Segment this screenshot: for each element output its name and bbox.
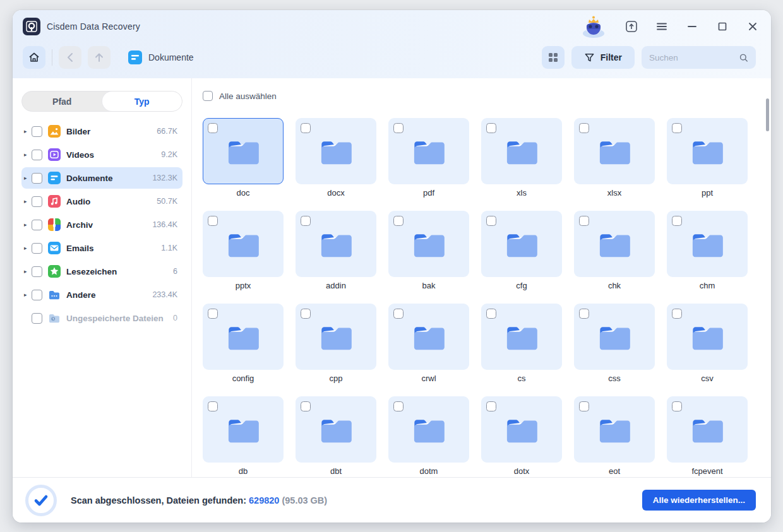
- checkbox[interactable]: [393, 216, 403, 226]
- expand-arrow-icon[interactable]: ▸: [24, 268, 32, 275]
- folder-cell-bak: bak: [388, 211, 469, 290]
- checkbox[interactable]: [301, 401, 311, 411]
- folder-tile[interactable]: [667, 211, 748, 277]
- search-input[interactable]: [649, 53, 739, 62]
- checkbox[interactable]: [486, 123, 496, 133]
- checkbox[interactable]: [32, 126, 42, 137]
- sidebar-item-bilder[interactable]: ▸Bilder66.7K: [21, 121, 182, 142]
- folder-tile[interactable]: [388, 396, 469, 463]
- checkbox[interactable]: [579, 216, 589, 226]
- checkbox[interactable]: [32, 173, 42, 184]
- sidebar-item-archiv[interactable]: ▸Archiv136.4K: [21, 214, 182, 235]
- sidebar-item-dokumente[interactable]: ▸Dokumente132.3K: [21, 167, 182, 189]
- select-all-row: Alle auswählen: [203, 91, 771, 101]
- folder-label: chm: [667, 281, 748, 290]
- checkbox[interactable]: [579, 401, 589, 411]
- checkbox[interactable]: [393, 309, 403, 319]
- checkbox[interactable]: [32, 266, 42, 277]
- folder-tile[interactable]: [388, 211, 469, 277]
- filter-button[interactable]: Filter: [571, 46, 635, 69]
- select-all-checkbox[interactable]: [203, 91, 213, 101]
- folder-tile[interactable]: [667, 304, 748, 370]
- checkbox[interactable]: [579, 309, 589, 319]
- folder-tile[interactable]: [388, 304, 469, 370]
- checkbox[interactable]: [301, 216, 311, 226]
- checkbox[interactable]: [301, 123, 311, 133]
- sidebar-item-lesezeichen[interactable]: ▸Lesezeichen6: [21, 261, 182, 282]
- checkbox[interactable]: [393, 123, 403, 133]
- folder-tile[interactable]: [388, 118, 469, 184]
- tab-pfad[interactable]: Pfad: [22, 92, 102, 111]
- up-button[interactable]: [88, 46, 111, 69]
- folder-tile[interactable]: [481, 304, 562, 370]
- minimize-icon[interactable]: [685, 20, 699, 33]
- checkbox[interactable]: [32, 290, 42, 300]
- folder-tile[interactable]: [203, 396, 284, 463]
- sidebar-item-audio[interactable]: ▸Audio50.7K: [21, 191, 182, 212]
- folder-tile[interactable]: [574, 396, 655, 463]
- folder-tile[interactable]: [667, 396, 748, 463]
- search-box[interactable]: [642, 46, 756, 69]
- mascot-icon[interactable]: [579, 14, 608, 39]
- recover-all-button[interactable]: Alle wiederherstellen...: [642, 490, 756, 511]
- checkbox[interactable]: [32, 313, 42, 324]
- expand-arrow-icon[interactable]: ▸: [24, 198, 32, 204]
- checkbox[interactable]: [672, 123, 682, 133]
- folder-tile[interactable]: [481, 396, 562, 463]
- folder-cell-chm: chm: [667, 211, 748, 290]
- checkbox[interactable]: [672, 401, 682, 411]
- upgrade-icon[interactable]: [625, 20, 638, 33]
- folder-tile[interactable]: [481, 118, 562, 184]
- expand-arrow-icon[interactable]: ▸: [24, 128, 32, 134]
- sidebar-item-videos[interactable]: ▸Videos9.2K: [21, 144, 182, 165]
- folder-tile[interactable]: [574, 118, 655, 184]
- expand-arrow-icon[interactable]: ▸: [24, 175, 32, 181]
- checkbox[interactable]: [32, 220, 42, 230]
- folder-tile[interactable]: [667, 118, 748, 184]
- scan-status-text: Scan abgeschlossen, Dateien gefunden: 62…: [71, 495, 327, 505]
- folder-tile[interactable]: [203, 304, 284, 370]
- back-button[interactable]: [59, 46, 81, 69]
- folder-label: css: [574, 374, 655, 383]
- checkbox[interactable]: [393, 401, 403, 411]
- folder-tile[interactable]: [481, 211, 562, 277]
- checkbox[interactable]: [486, 401, 496, 411]
- checkbox[interactable]: [208, 123, 218, 133]
- expand-arrow-icon[interactable]: ▸: [24, 151, 32, 158]
- vertical-scrollbar[interactable]: [766, 98, 769, 131]
- checkbox[interactable]: [672, 309, 682, 319]
- maximize-icon[interactable]: [715, 20, 729, 33]
- toolbar-divider: [52, 49, 52, 66]
- checkbox[interactable]: [486, 216, 496, 226]
- menu-icon[interactable]: [655, 20, 669, 33]
- sidebar-item-emails[interactable]: ▸Emails1.1K: [21, 237, 182, 259]
- checkbox[interactable]: [301, 309, 311, 319]
- checkbox[interactable]: [486, 309, 496, 319]
- expand-arrow-icon[interactable]: ▸: [24, 245, 32, 251]
- tab-typ[interactable]: Typ: [102, 92, 182, 111]
- folder-tile[interactable]: [296, 211, 376, 277]
- folder-tile[interactable]: [574, 304, 655, 370]
- sidebar-item-andere[interactable]: ▸Andere233.4K: [21, 284, 182, 305]
- grid-view-icon[interactable]: [542, 46, 565, 69]
- checkbox[interactable]: [208, 401, 218, 411]
- folder-tile[interactable]: [296, 396, 376, 463]
- checkbox[interactable]: [32, 196, 42, 207]
- folder-tile[interactable]: [296, 118, 376, 184]
- sidebar-item-ungespeicherte-dateien[interactable]: Ungespeicherte Dateien0: [21, 307, 182, 329]
- close-icon[interactable]: [746, 20, 760, 33]
- expand-arrow-icon[interactable]: ▸: [24, 222, 32, 228]
- expand-arrow-icon[interactable]: ▸: [24, 292, 32, 298]
- checkbox[interactable]: [579, 123, 589, 133]
- checkbox[interactable]: [32, 150, 42, 160]
- checkbox[interactable]: [208, 309, 218, 319]
- folder-tile[interactable]: [203, 118, 284, 184]
- checkbox[interactable]: [672, 216, 682, 226]
- checkbox[interactable]: [208, 216, 218, 226]
- home-button[interactable]: [23, 46, 45, 69]
- folder-tile[interactable]: [574, 211, 655, 277]
- folder-tile[interactable]: [203, 211, 284, 277]
- folder-tile[interactable]: [296, 304, 376, 370]
- checkbox[interactable]: [32, 243, 42, 254]
- folder-label: cpp: [296, 374, 376, 383]
